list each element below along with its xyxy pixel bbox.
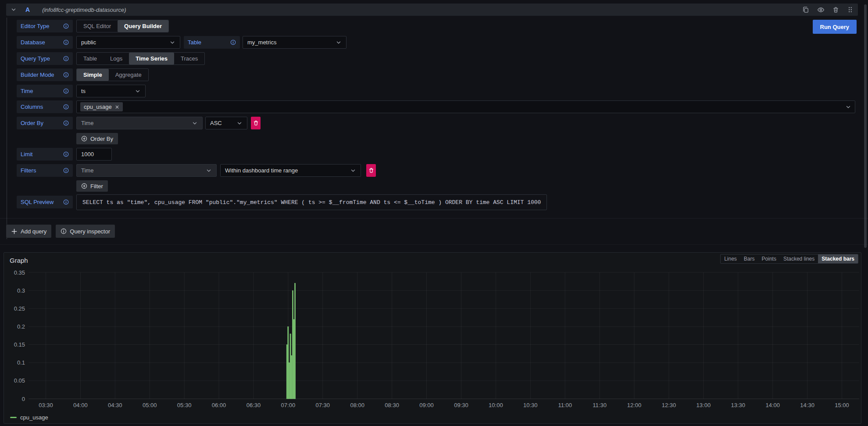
info-icon[interactable] xyxy=(63,199,69,205)
add-filter-button[interactable]: Filter xyxy=(76,180,108,192)
add-filter-indent xyxy=(17,180,76,192)
x-axis-tick-label: 11:30 xyxy=(593,402,607,408)
add-order-by-row: Order By xyxy=(17,133,855,144)
y-axis-tick-label: 0 xyxy=(22,396,25,402)
editor-type-option-sql-editor[interactable]: SQL Editor xyxy=(77,20,118,32)
columns-multiselect[interactable]: cpu_usage xyxy=(76,100,855,113)
duplicate-query-icon[interactable] xyxy=(802,6,809,13)
query-type-switch: TableLogsTime SeriesTraces xyxy=(76,52,205,65)
limit-input[interactable]: 1000 xyxy=(76,148,112,161)
collapse-chevron-icon[interactable] xyxy=(11,7,17,13)
query-type-row: Query Type TableLogsTime SeriesTraces xyxy=(17,52,855,65)
builder-mode-option-aggregate[interactable]: Aggregate xyxy=(109,69,148,81)
query-type-option-traces[interactable]: Traces xyxy=(174,53,204,64)
filters-label-cell: Filters xyxy=(17,164,73,177)
legend-label-cpu-usage[interactable]: cpu_usage xyxy=(20,414,48,421)
query-type-label: Query Type xyxy=(21,55,50,62)
query-footer: Add query Query inspector xyxy=(6,225,115,238)
vertical-scrollbar[interactable] xyxy=(864,4,867,248)
info-icon[interactable] xyxy=(63,23,69,29)
table-select[interactable]: my_metrics xyxy=(243,36,346,49)
limit-label-cell: Limit xyxy=(17,148,73,161)
time-column-select[interactable]: ts xyxy=(76,85,146,97)
query-type-option-table[interactable]: Table xyxy=(77,53,104,64)
chevron-down-icon xyxy=(135,88,141,94)
info-icon[interactable] xyxy=(63,56,69,61)
x-axis-tick-label: 07:00 xyxy=(281,402,296,408)
remove-filter-button[interactable] xyxy=(366,164,376,177)
info-icon[interactable] xyxy=(63,168,69,173)
x-axis-tick-label: 10:30 xyxy=(523,402,538,408)
info-icon[interactable] xyxy=(63,120,69,126)
columns-label-cell: Columns xyxy=(17,100,73,113)
query-type-option-logs[interactable]: Logs xyxy=(104,53,129,64)
editor-type-label: Editor Type xyxy=(21,23,50,29)
y-axis-tick-label: 0.15 xyxy=(14,341,25,348)
x-axis-tick-label: 14:00 xyxy=(765,402,780,408)
query-inspector-button[interactable]: Query inspector xyxy=(56,225,115,238)
bar-cpu_usage-07:00 xyxy=(288,326,289,399)
order-by-direction-select[interactable]: ASC xyxy=(205,117,247,129)
bar-cpu_usage-07:01 xyxy=(289,363,289,399)
chevron-down-icon xyxy=(192,120,198,126)
query-header[interactable]: A (info8fcc-greptimedb-datasource) xyxy=(6,4,858,16)
builder-mode-label: Builder Mode xyxy=(21,72,54,78)
query-inspector-button-label: Query inspector xyxy=(70,228,110,235)
remove-order-by-button[interactable] xyxy=(251,117,261,129)
bar-cpu_usage-07:02 xyxy=(290,334,291,399)
info-icon[interactable] xyxy=(63,104,69,110)
column-tag-cpu_usage: cpu_usage xyxy=(80,102,123,111)
order-by-field-value: Time xyxy=(81,120,93,126)
time-label: Time xyxy=(21,88,33,94)
add-query-button[interactable]: Add query xyxy=(6,225,51,238)
database-row: Database public Table my_metrics xyxy=(17,36,855,49)
builder-mode-row: Builder Mode SimpleAggregate xyxy=(17,68,855,81)
filter-condition-select[interactable]: Within dashboard time range xyxy=(220,164,361,177)
filter-field-select[interactable]: Time xyxy=(76,164,217,177)
editor-type-switch: SQL EditorQuery Builder xyxy=(76,20,169,32)
x-axis-tick-label: 13:00 xyxy=(697,402,711,408)
x-axis-tick-label: 06:00 xyxy=(212,402,226,408)
divider xyxy=(0,244,868,245)
chevron-down-icon xyxy=(169,39,175,46)
info-icon[interactable] xyxy=(63,39,69,45)
database-label: Database xyxy=(21,39,45,46)
add-order-by-button[interactable]: Order By xyxy=(76,133,118,144)
chevron-down-icon xyxy=(336,39,342,46)
add-filter-button-label: Filter xyxy=(90,183,103,190)
order-by-direction-value: ASC xyxy=(210,120,222,126)
drag-handle-icon[interactable] xyxy=(847,6,854,13)
bar-cpu_usage-07:04 xyxy=(292,290,293,399)
query-type-option-time-series[interactable]: Time Series xyxy=(129,53,174,64)
x-axis-tick-label: 12:00 xyxy=(627,402,642,408)
add-order-by-indent xyxy=(17,133,76,144)
x-axis-tick-label: 05:30 xyxy=(177,402,192,408)
query-type-label-cell: Query Type xyxy=(17,52,73,65)
toggle-visibility-icon[interactable] xyxy=(817,6,825,14)
info-icon[interactable] xyxy=(63,88,69,94)
query-ref-id: A xyxy=(25,6,30,13)
bar-cpu_usage-07:05 xyxy=(293,319,294,399)
plus-circle-icon xyxy=(81,136,87,142)
sql-preview-box: SELECT ts as "time", cpu_usage FROM "pub… xyxy=(76,194,547,210)
y-axis-tick-label: 0.35 xyxy=(14,269,25,276)
filter-field-value: Time xyxy=(81,167,93,174)
delete-query-icon[interactable] xyxy=(832,7,839,13)
table-label-cell: Table xyxy=(184,36,240,49)
info-icon[interactable] xyxy=(63,72,69,78)
order-by-label: Order By xyxy=(21,120,43,126)
database-select[interactable]: public xyxy=(76,36,180,49)
sql-preview-label-cell: SQL Preview xyxy=(17,196,73,208)
builder-mode-option-simple[interactable]: Simple xyxy=(77,69,109,81)
remove-column-icon[interactable] xyxy=(115,105,119,109)
database-label-cell: Database xyxy=(17,36,73,49)
info-icon[interactable] xyxy=(230,39,236,45)
info-icon[interactable] xyxy=(63,151,69,157)
time-series-chart[interactable]: 00.050.10.150.20.250.30.3503:3004:0004:3… xyxy=(4,253,862,412)
editor-type-option-query-builder[interactable]: Query Builder xyxy=(118,20,168,32)
y-axis-tick-label: 0.2 xyxy=(17,323,25,330)
order-by-field-select[interactable]: Time xyxy=(76,117,203,129)
add-filter-row: Filter xyxy=(17,180,855,192)
time-label-cell: Time xyxy=(17,85,73,97)
chevron-down-icon xyxy=(845,104,851,110)
